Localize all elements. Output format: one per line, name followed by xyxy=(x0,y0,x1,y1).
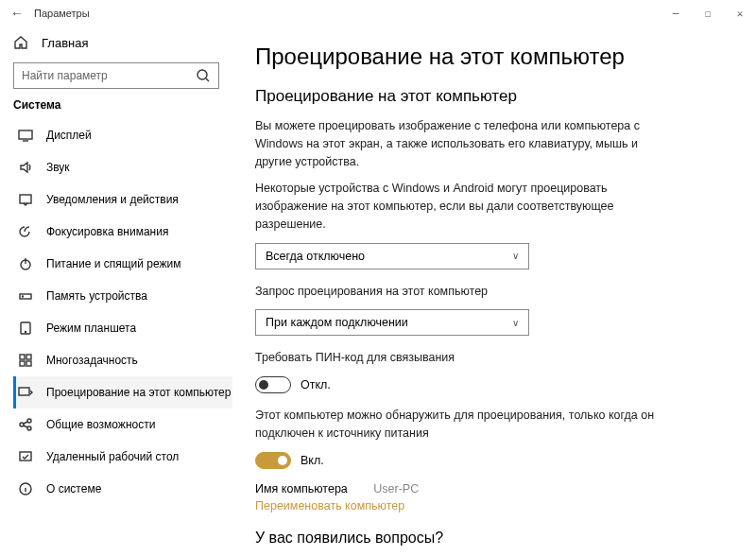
sidebar-item-display[interactable]: Дисплей xyxy=(13,119,232,151)
search-icon xyxy=(196,68,211,83)
svg-rect-4 xyxy=(20,294,31,299)
svg-rect-12 xyxy=(19,388,29,395)
search-input[interactable]: Найти параметр xyxy=(13,62,219,89)
ask-combo[interactable]: При каждом подключении ∨ xyxy=(255,309,529,336)
label-power: Этот компьютер можно обнаружить для прое… xyxy=(255,407,662,443)
description-1: Вы можете проецировать изображение с тел… xyxy=(255,117,662,170)
about-icon xyxy=(18,481,33,496)
section-title: Система xyxy=(13,98,232,112)
svg-point-14 xyxy=(27,419,31,423)
label-pin: Требовать ПИН-код для связывания xyxy=(255,349,662,367)
svg-rect-1 xyxy=(19,130,32,139)
home-icon xyxy=(13,35,28,50)
shared-icon xyxy=(18,417,33,432)
section-heading: Проецирование на этот компьютер xyxy=(255,87,728,106)
description-2: Некоторые устройства с Windows и Android… xyxy=(255,180,662,233)
chevron-down-icon: ∨ xyxy=(512,251,519,261)
sound-icon xyxy=(18,160,33,175)
maximize-button[interactable]: ☐ xyxy=(692,0,724,26)
remote-icon xyxy=(18,449,33,464)
power-toggle-state: Вкл. xyxy=(301,454,324,467)
sidebar-item-focus[interactable]: Фокусировка внимания xyxy=(13,216,232,248)
svg-point-5 xyxy=(23,296,24,297)
rename-link[interactable]: Переименовать компьютер xyxy=(255,499,404,513)
svg-rect-9 xyxy=(26,355,31,359)
power-icon xyxy=(18,256,33,271)
minimize-button[interactable]: ─ xyxy=(660,0,692,26)
pin-toggle-state: Откл. xyxy=(301,378,331,391)
svg-rect-11 xyxy=(26,361,31,366)
page-title: Проецирование на этот компьютер xyxy=(255,43,728,70)
svg-rect-10 xyxy=(20,361,25,366)
close-button[interactable]: ✕ xyxy=(724,0,756,26)
notification-icon xyxy=(18,192,33,207)
sidebar-item-shared[interactable]: Общие возможности xyxy=(13,408,232,441)
sidebar-item-notifications[interactable]: Уведомления и действия xyxy=(13,183,232,216)
svg-point-13 xyxy=(20,423,24,426)
permission-combo[interactable]: Всегда отключено ∨ xyxy=(255,243,529,269)
svg-point-7 xyxy=(26,332,26,333)
sidebar-item-sound[interactable]: Звук xyxy=(13,151,232,183)
projecting-icon xyxy=(18,385,33,400)
display-icon xyxy=(18,128,33,143)
sidebar-item-projecting[interactable]: Проецирование на этот компьютер xyxy=(13,376,232,408)
tablet-icon xyxy=(18,321,33,336)
window-title: Параметры xyxy=(34,8,90,19)
help-heading: У вас появились вопросы? xyxy=(255,530,728,547)
sidebar-item-about[interactable]: О системе xyxy=(13,473,232,505)
multitask-icon xyxy=(18,353,33,368)
sidebar-item-storage[interactable]: Память устройства xyxy=(13,280,232,312)
chevron-down-icon: ∨ xyxy=(512,318,519,328)
svg-point-15 xyxy=(27,426,31,430)
label-ask: Запрос проецирования на этот компьютер xyxy=(255,283,662,301)
svg-point-0 xyxy=(198,70,207,79)
pcname-value: User-PC xyxy=(373,482,419,495)
sidebar-item-power[interactable]: Питание и спящий режим xyxy=(13,248,232,280)
home-label: Главная xyxy=(42,36,88,50)
sidebar-item-tablet[interactable]: Режим планшета xyxy=(13,312,232,344)
pin-toggle[interactable] xyxy=(255,376,291,393)
storage-icon xyxy=(18,288,33,304)
svg-rect-2 xyxy=(20,195,31,203)
sidebar-item-multitask[interactable]: Многозадачность xyxy=(13,344,232,376)
focus-icon xyxy=(18,224,33,239)
svg-rect-8 xyxy=(20,355,25,359)
back-button[interactable]: ← xyxy=(0,6,34,21)
home-nav[interactable]: Главная xyxy=(13,26,232,59)
power-toggle[interactable] xyxy=(255,452,291,469)
svg-rect-16 xyxy=(20,452,31,460)
pcname-label: Имя компьютера xyxy=(255,482,348,495)
sidebar-item-remote[interactable]: Удаленный рабочий стол xyxy=(13,441,232,473)
search-placeholder: Найти параметр xyxy=(22,69,108,82)
